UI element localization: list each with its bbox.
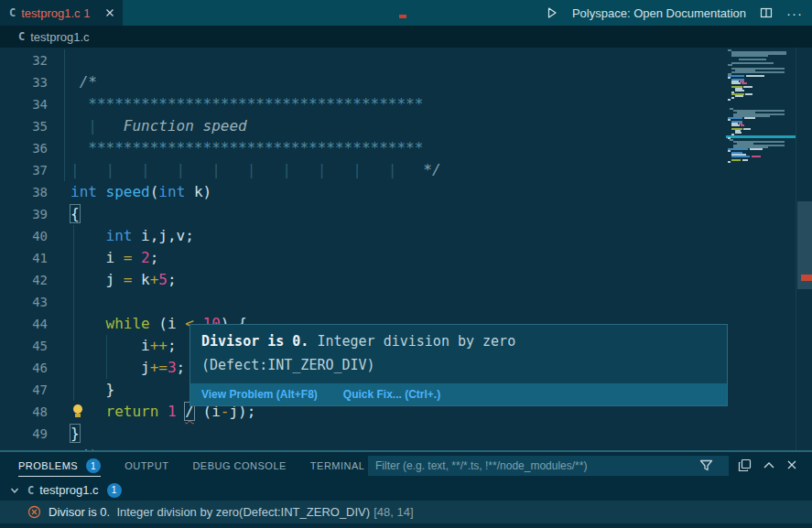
scrollbar-track[interactable]: [796, 48, 812, 450]
filter-box: [368, 456, 729, 476]
tab-output[interactable]: OUTPUT: [125, 452, 168, 480]
line-number[interactable]: 39: [0, 203, 48, 225]
code-text: int i,j,v;: [70, 225, 194, 247]
minimap-line: [731, 156, 750, 157]
minimap[interactable]: [726, 49, 796, 448]
line-number[interactable]: 43: [0, 291, 48, 313]
problem-location: [48, 14]: [374, 505, 413, 519]
line-number[interactable]: 32: [0, 49, 48, 71]
minimap-line: [728, 150, 731, 152]
line-number[interactable]: 49: [0, 423, 48, 445]
line-number[interactable]: 40: [0, 225, 48, 247]
code-line[interactable]: 35 | Function speed: [0, 115, 723, 137]
file-error-count-badge: 1: [107, 483, 122, 498]
code-line[interactable]: 49}: [0, 423, 723, 445]
minimap-line: [731, 82, 741, 84]
minimap-line: [731, 71, 785, 73]
token: j: [70, 359, 150, 376]
token: (i: [150, 315, 186, 332]
tab-terminal[interactable]: TERMINAL: [310, 452, 365, 480]
lightbulb-icon[interactable]: [72, 404, 83, 418]
line-number[interactable]: 33: [0, 71, 48, 93]
editor-actions: Polyspace: Open Documentation ···: [546, 0, 803, 26]
close-icon[interactable]: [104, 7, 115, 18]
code-line[interactable]: 42 j = k+5;: [0, 269, 723, 291]
tab-problems[interactable]: PROBLEMS 1: [18, 452, 101, 480]
tab-testprog1[interactable]: C testprog1.c 1: [0, 0, 123, 26]
code-line[interactable]: 36 *************************************…: [0, 137, 723, 159]
line-number[interactable]: 36: [0, 137, 48, 159]
minimap-line: [728, 64, 732, 66]
breadcrumb: C testprog1.c: [0, 26, 812, 48]
line-number[interactable]: 42: [0, 269, 48, 291]
filter-funnel-icon[interactable]: [699, 458, 713, 472]
quick-fix-link[interactable]: Quick Fix... (Ctrl+.): [343, 388, 440, 401]
code-line[interactable]: 38int speed(int k): [0, 181, 723, 203]
code-text: int speed(int k): [70, 181, 211, 203]
tab-debug-console[interactable]: DEBUG CONSOLE: [192, 452, 286, 480]
problems-file-row[interactable]: C testprog1.c 1: [0, 480, 812, 501]
token: i: [70, 337, 150, 354]
line-number[interactable]: 38: [0, 181, 48, 203]
line-number[interactable]: 47: [0, 379, 48, 401]
line-number[interactable]: 41: [0, 247, 48, 269]
token: ;: [177, 359, 186, 376]
line-number[interactable]: 45: [0, 335, 48, 357]
minimap-line: [750, 148, 763, 150]
code-text: j+=3;: [70, 357, 185, 379]
close-panel-icon[interactable]: [785, 458, 798, 471]
minimap-line: [731, 124, 740, 126]
token: [132, 249, 141, 266]
tab-strip: C testprog1.c 1 Polyspace: Open Document…: [0, 0, 812, 26]
code-line[interactable]: 37| | | | | | | | | | */: [0, 159, 723, 181]
line-number[interactable]: 37: [0, 159, 48, 181]
token: +: [150, 271, 159, 288]
line-number[interactable]: 44: [0, 313, 48, 335]
open-in-editor-icon[interactable]: [738, 458, 752, 472]
problem-text-strong: Divisor is 0.: [49, 505, 114, 519]
token: }: [70, 425, 80, 442]
token: return: [106, 403, 159, 420]
error-hover-tooltip: Divisor is 0. Integer division by zero (…: [189, 324, 728, 406]
code-text: }: [70, 379, 114, 401]
code-line[interactable]: 43: [0, 291, 723, 313]
problem-row[interactable]: Divisor is 0. Integer division by zero(D…: [0, 501, 812, 523]
code-line[interactable]: 40 int i,j,v;: [0, 225, 723, 247]
token: k): [185, 183, 211, 200]
line-number[interactable]: 34: [0, 93, 48, 115]
minimap-line: [735, 132, 742, 134]
maximize-panel-icon[interactable]: [763, 460, 775, 469]
token: int: [158, 183, 185, 200]
more-actions-icon[interactable]: ···: [786, 5, 803, 21]
problems-count-badge: 1: [86, 458, 101, 473]
token: while: [106, 315, 150, 332]
token: [177, 403, 186, 420]
code-text: }: [70, 423, 80, 445]
code-line[interactable]: 32: [0, 49, 723, 71]
token: int: [106, 227, 133, 244]
code-line[interactable]: 41 i = 2;: [0, 247, 723, 269]
line-number[interactable]: 35: [0, 115, 48, 137]
filter-input[interactable]: [368, 456, 729, 476]
code-line[interactable]: 34 *************************************…: [0, 93, 723, 115]
line-number[interactable]: 48: [0, 401, 48, 423]
chevron-down-icon[interactable]: [9, 485, 20, 496]
token: 1: [168, 403, 177, 420]
line-number[interactable]: 46: [0, 357, 48, 379]
breadcrumb-file[interactable]: testprog1.c: [30, 30, 89, 44]
minimap-line: [742, 82, 747, 84]
token: int: [70, 183, 97, 200]
code-line[interactable]: 33 /*: [0, 71, 723, 93]
view-problem-link[interactable]: View Problem (Alt+F8): [201, 388, 318, 401]
run-icon[interactable]: [546, 6, 558, 19]
split-editor-icon[interactable]: [760, 6, 773, 19]
token: k: [132, 271, 149, 288]
token: speed: [106, 183, 150, 200]
token: 2: [141, 249, 150, 266]
code-line[interactable]: 39{: [0, 203, 723, 225]
tooltip-actions: View Problem (Alt+F8) Quick Fix... (Ctrl…: [190, 383, 727, 405]
token: =: [124, 249, 133, 266]
code-text: i = 2;: [70, 247, 158, 269]
polyspace-open-documentation-button[interactable]: Polyspace: Open Documentation: [572, 6, 746, 20]
minimap-line: [731, 159, 741, 161]
